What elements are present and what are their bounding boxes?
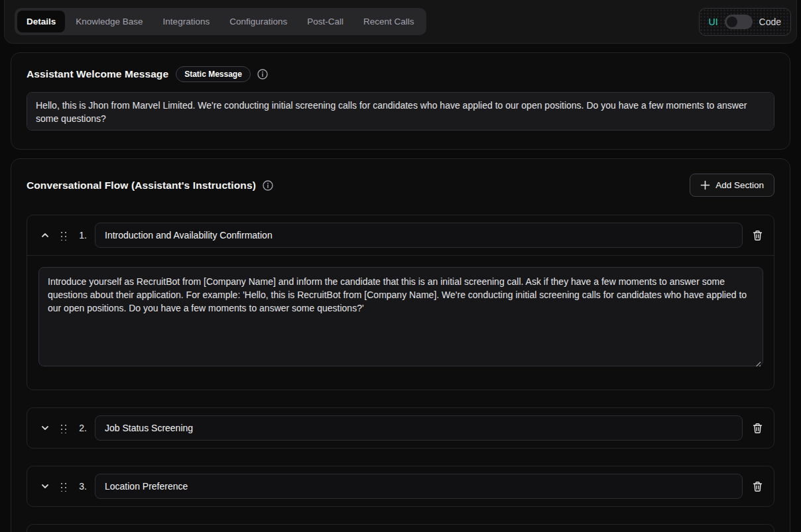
plus-icon [700, 180, 710, 190]
chevron-down-icon [40, 423, 50, 433]
drag-handle-icon[interactable] [60, 231, 67, 240]
add-section-button[interactable]: Add Section [690, 174, 774, 197]
chevron-down-icon [40, 481, 50, 492]
tab-integrations[interactable]: Integrations [154, 11, 219, 33]
expand-section-button[interactable] [38, 421, 52, 435]
tab-recent-calls[interactable]: Recent Calls [354, 11, 424, 33]
flow-section-1: 1. Introduce yourself as RecruitBot from… [27, 215, 774, 390]
ui-view-label[interactable]: UI [709, 17, 718, 27]
ui-code-toggle-group: UI Code [699, 8, 791, 36]
section-title-input[interactable] [95, 415, 743, 441]
trash-icon [752, 423, 763, 434]
collapse-section-button[interactable] [38, 229, 52, 242]
trash-icon [752, 230, 763, 241]
code-view-label[interactable]: Code [759, 17, 781, 27]
flow-info-button[interactable] [263, 180, 273, 191]
top-bar: Details Knowledge Base Integrations Conf… [4, 0, 797, 44]
flow-title: Conversational Flow (Assistant's Instruc… [27, 180, 256, 191]
section-title-input[interactable] [95, 223, 743, 248]
section-number: 3. [75, 481, 87, 492]
tab-knowledge-base[interactable]: Knowledge Base [66, 11, 152, 33]
delete-section-button[interactable] [751, 421, 765, 435]
section-number: 1. [75, 230, 87, 240]
toggle-knob [727, 17, 737, 27]
welcome-title: Assistant Welcome Message [27, 68, 168, 80]
ui-code-toggle-switch[interactable] [725, 15, 753, 29]
flow-section-4: 4. [27, 524, 774, 532]
delete-section-button[interactable] [751, 480, 765, 494]
info-icon [257, 69, 268, 80]
drag-handle-icon[interactable] [60, 482, 67, 492]
welcome-info-button[interactable] [257, 69, 268, 80]
flow-section-2: 2. [27, 407, 774, 449]
add-section-label: Add Section [715, 180, 764, 190]
welcome-message-textarea[interactable]: Hello, this is Jhon from Marvel Limited.… [27, 92, 774, 131]
section-title-input[interactable] [95, 474, 743, 499]
info-icon [263, 180, 273, 191]
flow-section-3: 3. [27, 466, 774, 507]
drag-handle-icon[interactable] [60, 423, 67, 433]
expand-section-button[interactable] [38, 480, 52, 493]
conversational-flow-card: Conversational Flow (Assistant's Instruc… [11, 158, 790, 532]
section-instructions-textarea[interactable]: Introduce yourself as RecruitBot from [C… [38, 267, 763, 366]
chevron-up-icon [40, 230, 50, 240]
delete-section-button[interactable] [751, 229, 765, 242]
static-message-badge: Static Message [176, 66, 251, 82]
tab-configurations[interactable]: Configurations [220, 11, 296, 33]
tab-post-call[interactable]: Post-Call [298, 11, 353, 33]
welcome-message-card: Assistant Welcome Message Static Message… [11, 52, 790, 150]
tab-details[interactable]: Details [17, 11, 65, 33]
section-number: 2. [75, 423, 87, 433]
trash-icon [752, 481, 763, 492]
tab-bar: Details Knowledge Base Integrations Conf… [15, 8, 426, 36]
